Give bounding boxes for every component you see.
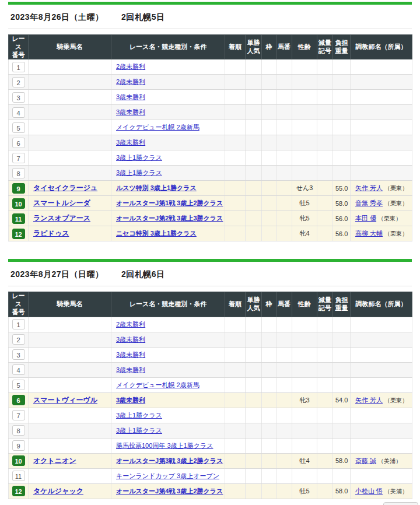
race-link[interactable]: 3歳未勝利 [116, 397, 145, 404]
race-row: 9タイセイクラージュルスツ特別 3歳上1勝クラスせん355.0矢作 芳人（栗東） [9, 181, 412, 196]
cell-win_pop [246, 377, 262, 392]
race-link[interactable]: 3歳上1勝クラス [116, 154, 162, 161]
cell-horse: タケルジャック [29, 483, 111, 499]
cell-finish [225, 135, 246, 150]
race-number-badge: 3 [12, 92, 25, 103]
cell-reduction [317, 75, 333, 90]
race-link[interactable]: 3歳未勝利 [116, 93, 145, 100]
cell-horse_no [276, 90, 292, 105]
cell-weight [333, 347, 351, 362]
cell-trainer [351, 120, 412, 135]
table-header-row: レース 番号騎乗馬名レース名・競走種別・条件着順単勝 人気枠馬番性齢減量 記号負… [9, 35, 412, 59]
cell-trainer [351, 166, 412, 181]
cell-horse [29, 59, 111, 75]
cell-no: 8 [9, 423, 29, 438]
cell-race: 3歳未勝利 [111, 135, 225, 150]
horse-link[interactable]: ランスオブアース [33, 214, 90, 222]
cell-weight [333, 362, 351, 377]
cell-horse_no [276, 392, 292, 408]
cell-sex_age: 牝3 [292, 392, 317, 408]
race-link[interactable]: オールスターJ第3戦 3歳上2勝クラス [116, 457, 223, 464]
race-link[interactable]: ルスツ特別 3歳上1勝クラス [116, 184, 197, 191]
column-header: 枠 [262, 292, 276, 317]
column-header: 負担 重量 [333, 35, 351, 59]
race-number-badge: 7 [12, 410, 25, 420]
trainer-affiliation: （栗東） [384, 200, 408, 206]
race-link[interactable]: ニセコ特別 3歳上1勝クラス [116, 230, 197, 237]
cell-race: 2歳未勝利 [111, 59, 225, 75]
race-link[interactable]: オールスターJ第4戦 3歳上2勝クラス [116, 488, 223, 495]
cell-finish [225, 166, 246, 181]
race-link[interactable]: 勝馬投票100周年 3歳上1勝クラス [116, 442, 213, 449]
race-link[interactable]: 2歳未勝利 [116, 78, 145, 85]
race-row: 43歳未勝利 [9, 105, 412, 120]
horse-link[interactable]: オクトニオン [33, 457, 76, 465]
trainer-link[interactable]: 矢作 芳人 [355, 184, 383, 191]
trainer-link[interactable]: 矢作 芳人 [355, 397, 383, 404]
race-link[interactable]: 3歳未勝利 [116, 336, 145, 343]
column-header: 負担 重量 [333, 292, 351, 317]
race-link[interactable]: 2歳未勝利 [116, 63, 145, 70]
cell-sex_age [292, 59, 317, 75]
cell-horse_no [276, 150, 292, 166]
race-link[interactable]: 2歳未勝利 [116, 321, 145, 328]
race-link[interactable]: メイクデビュー札幌 2歳新馬 [116, 381, 200, 388]
cell-win_pop [246, 181, 262, 196]
trainer-link[interactable]: 斎藤 誠 [355, 457, 376, 464]
race-day-section: 2023年8月26日（土曜） 2回札幌5日 レース 番号騎乗馬名レース名・競走種… [8, 2, 412, 241]
cell-finish [225, 150, 246, 166]
trainer-link[interactable]: 小桧山 悟 [355, 488, 383, 495]
race-link[interactable]: オールスターJ第2戦 3歳上3勝クラス [116, 215, 223, 222]
cell-trainer [351, 347, 412, 362]
trainer-link[interactable]: 音無 秀孝 [355, 199, 383, 206]
cell-finish [225, 423, 246, 438]
cell-sex_age: 牡5 [292, 196, 317, 211]
race-link[interactable]: オールスターJ第1戦 3歳上2勝クラス [116, 199, 223, 206]
cell-no: 2 [9, 332, 29, 347]
cell-weight [333, 120, 351, 135]
cell-horse [29, 362, 111, 377]
cell-reduction [317, 196, 333, 211]
cell-sex_age [292, 438, 317, 453]
cell-race: 3歳上1勝クラス [111, 408, 225, 423]
cell-horse_no [276, 408, 292, 423]
table-body: 12歳未勝利22歳未勝利33歳未勝利43歳未勝利5メイクデビュー札幌 2歳新馬6… [9, 59, 412, 241]
horse-link[interactable]: スマートヴィーヴル [33, 396, 97, 404]
horse-link[interactable]: タケルジャック [33, 487, 83, 495]
race-link[interactable]: キーンランドカップ 3歳上オープン [116, 472, 219, 479]
cell-trainer [351, 90, 412, 105]
race-link[interactable]: 3歳未勝利 [116, 366, 145, 373]
cell-trainer [351, 408, 412, 423]
race-link[interactable]: 3歳未勝利 [116, 108, 145, 115]
cell-horse_no [276, 483, 292, 499]
trainer-link[interactable]: 本田 優 [355, 215, 376, 222]
meeting-text: 2回札幌5日 [121, 12, 165, 22]
race-link[interactable]: 3歳未勝利 [116, 351, 145, 358]
race-link[interactable]: 3歳未勝利 [116, 139, 145, 146]
horse-link[interactable]: ラピドゥス [33, 229, 69, 237]
race-link[interactable]: メイクデビュー札幌 2歳新馬 [116, 124, 200, 131]
race-number-badge: 2 [12, 334, 25, 345]
race-schedule-page: 2023年8月26日（土曜） 2回札幌5日 レース 番号騎乗馬名レース名・競走種… [0, 2, 420, 499]
cell-horse [29, 408, 111, 423]
page-top-button[interactable] [383, 502, 418, 505]
column-header: レース名・競走種別・条件 [111, 35, 225, 59]
race-link[interactable]: 3歳上1勝クラス [116, 412, 162, 419]
race-link[interactable]: 3歳上1勝クラス [116, 427, 162, 434]
cell-reduction [317, 59, 333, 75]
race-row: 12ラピドゥスニセコ特別 3歳上1勝クラス牝456.0高柳 大輔（栗東） [9, 226, 412, 241]
cell-win_pop [246, 408, 262, 423]
race-link[interactable]: 3歳上1勝クラス [116, 169, 162, 176]
cell-weight [333, 423, 351, 438]
cell-horse [29, 120, 111, 135]
cell-horse [29, 468, 111, 483]
horse-link[interactable]: タイセイクラージュ [33, 184, 97, 192]
cell-no: 1 [9, 59, 29, 75]
cell-finish [225, 317, 246, 332]
horse-link[interactable]: スマートルシーダ [33, 199, 90, 207]
cell-trainer [351, 362, 412, 377]
cell-no: 6 [9, 392, 29, 408]
trainer-link[interactable]: 高柳 大輔 [355, 230, 383, 237]
cell-reduction [317, 468, 333, 483]
cell-finish [225, 392, 246, 408]
